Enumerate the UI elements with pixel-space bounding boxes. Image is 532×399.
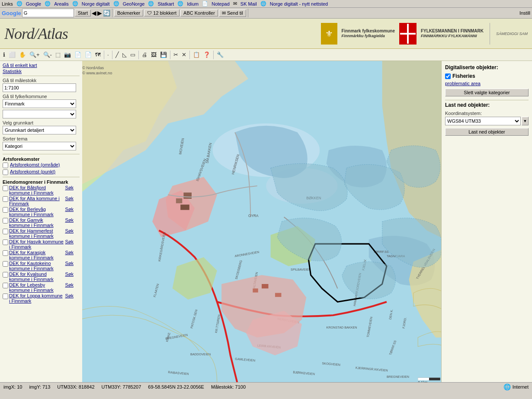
eiendom-cb-10[interactable] xyxy=(3,294,8,299)
tool-select-rect[interactable]: ⬜ xyxy=(7,51,17,58)
eiendom-cb-6[interactable] xyxy=(3,250,8,256)
eiendom-cb-8[interactable] xyxy=(3,272,8,278)
base-map-select[interactable]: Grunnkart detaljert xyxy=(3,126,76,134)
sidebar: Gå til enkelt kart Statistikk Gå til mål… xyxy=(0,61,82,382)
arts-label-1[interactable]: Artsforekomst (punkt) xyxy=(10,169,55,174)
tool-settings[interactable]: 🔧 xyxy=(215,51,225,58)
eiendom-cb-4[interactable] xyxy=(3,229,8,234)
sendto-button[interactable]: ✉ Send til xyxy=(219,10,246,17)
eiendom-label-4[interactable]: DEK for Hammerfest kommune i Finnmark xyxy=(9,228,64,239)
tool-print[interactable]: 🖨 xyxy=(141,51,149,58)
tool-zoom-rect[interactable]: ⬚ xyxy=(54,51,62,58)
sok-link-7[interactable]: Søk xyxy=(65,261,74,266)
tool-draw-poly[interactable]: ◺ xyxy=(121,51,128,58)
go-single-map-link[interactable]: Gå til enkelt kart xyxy=(3,63,80,68)
org2-line1: FYLKESMANNEN I FINNMARK xyxy=(421,28,484,34)
link-google[interactable]: Google xyxy=(26,1,41,6)
eiendom-cb-2[interactable] xyxy=(3,207,8,213)
eiendom-label-8[interactable]: DEK for Kvalsund kommune i Finnmark xyxy=(9,271,64,282)
sok-link-2[interactable]: Søk xyxy=(65,207,74,212)
sok-link-3[interactable]: Søk xyxy=(65,217,74,223)
link-arealis[interactable]: Arealis xyxy=(54,1,69,6)
globe-icon6: 🌐 xyxy=(177,1,183,6)
eiendom-label-9[interactable]: DEK for Lebesby kommune i Finnmark xyxy=(9,282,64,293)
sok-link-5[interactable]: Søk xyxy=(65,239,74,244)
eiendom-cb-9[interactable] xyxy=(3,283,8,288)
map-svg[interactable]: ISHAVSVEIEN HENRIKSEN SM.BAKKEN MOVEIEN … xyxy=(82,61,441,382)
sok-link-10[interactable]: Søk xyxy=(65,293,74,298)
sok-link-1[interactable]: Søk xyxy=(65,196,74,201)
arts-label-0[interactable]: Artsforekomst (område) xyxy=(10,162,60,167)
scale-input[interactable] xyxy=(3,83,76,92)
coord-select-arrow[interactable]: ▼ xyxy=(522,117,529,125)
arts-checkbox-1[interactable] xyxy=(3,169,8,175)
link-norge[interactable]: Norge digitalt xyxy=(82,1,110,6)
tool-doc[interactable]: 📄 xyxy=(73,51,83,58)
tool-gps[interactable]: 📋 xyxy=(192,51,201,58)
tool-zoom-in[interactable]: 🔍+ xyxy=(28,51,41,58)
tool-cut[interactable]: ✂ xyxy=(172,51,179,58)
link-geonorge[interactable]: GeoNorge xyxy=(123,1,145,6)
tool-help[interactable]: ❓ xyxy=(202,51,212,58)
municipality-select[interactable] xyxy=(3,110,76,118)
fisheries-checkbox[interactable] xyxy=(445,73,451,79)
link-idium[interactable]: Idium xyxy=(187,1,199,6)
bookmarks-button[interactable]: Bokmerker xyxy=(114,10,143,16)
sok-link-6[interactable]: Søk xyxy=(65,250,74,255)
sok-link-9[interactable]: Søk xyxy=(65,282,74,287)
controller-button[interactable]: ABC Kontroller xyxy=(180,10,218,16)
tool-zoom-out[interactable]: 🔍- xyxy=(42,51,53,58)
sok-link-8[interactable]: Søk xyxy=(65,271,74,277)
link-skmail[interactable]: SK Mail xyxy=(240,1,257,6)
nav-back-icon[interactable]: ◀ xyxy=(92,10,96,16)
eiendom-cb-5[interactable] xyxy=(3,239,8,245)
eiendom-label-10[interactable]: DEK for Loppa kommune i Finnmark xyxy=(9,293,64,303)
eiendom-label-7[interactable]: DEK for Kautokeino kommune i Finnmark xyxy=(9,261,64,271)
eiendom-item-2: DEK for Berlevåg kommune i Finnmark Søk xyxy=(3,207,80,217)
county-select[interactable]: Finnmark xyxy=(3,99,76,108)
tool-info[interactable]: ℹ xyxy=(2,51,6,58)
tool-print-area[interactable]: 📷 xyxy=(63,51,72,58)
svg-text:0.1km: 0.1km xyxy=(418,381,428,382)
eiendom-label-0[interactable]: DEK for Båtsfjord kommune i Finnmark xyxy=(9,185,64,195)
tool-draw-line[interactable]: ╱ xyxy=(114,51,120,58)
eiendom-label-2[interactable]: DEK for Berlevåg kommune i Finnmark xyxy=(9,207,64,217)
tool-save[interactable]: 💾 xyxy=(159,51,168,58)
settings-icon[interactable]: Instill xyxy=(519,10,530,16)
malestokk-status: Målestokk: 7100 xyxy=(211,384,246,389)
start-button[interactable]: Start xyxy=(75,10,91,16)
link-notepad[interactable]: Notepad xyxy=(212,1,230,6)
svg-rect-6 xyxy=(176,198,182,203)
refresh-icon[interactable]: 🔄 xyxy=(103,10,110,16)
sort-select[interactable]: Kategori xyxy=(3,142,76,150)
tool-map[interactable]: 🗺 xyxy=(94,51,102,58)
link-norge2[interactable]: Norge digitalt - nytt nettsted xyxy=(270,1,328,6)
download-objects-btn[interactable]: Last ned objekter xyxy=(445,128,529,136)
blocked-button[interactable]: 🛡 12 blokkert xyxy=(144,10,179,16)
sok-link-0[interactable]: Søk xyxy=(65,185,74,190)
eiendom-cb-7[interactable] xyxy=(3,261,8,267)
sok-link-4[interactable]: Søk xyxy=(65,228,74,233)
eiendom-cb-0[interactable] xyxy=(3,185,8,191)
delete-categories-btn[interactable]: Slett valgte kategorier xyxy=(445,89,529,96)
eiendom-label-3[interactable]: DEK for Gamvik kommune i Finnmark xyxy=(9,217,64,228)
eiendom-label-1[interactable]: DEK for Alta kommune i Finnmark xyxy=(9,196,64,206)
google-search-input[interactable] xyxy=(22,9,74,17)
eiendom-label-6[interactable]: DEK for Karasjok kommune i Finnmark xyxy=(9,250,64,260)
problematic-area-link[interactable]: problematic area xyxy=(445,81,529,86)
tool-image[interactable]: 🖼 xyxy=(150,51,158,58)
svg-rect-51 xyxy=(253,288,258,292)
link-statkart[interactable]: Statkart xyxy=(157,1,174,6)
eiendom-label-5[interactable]: DEK for Hasvik kommune i Finnmark xyxy=(9,239,64,249)
tool-doc2[interactable]: 📄 xyxy=(83,51,93,58)
statistics-link[interactable]: Statistikk xyxy=(3,69,80,74)
tool-delete[interactable]: ✕ xyxy=(180,51,188,58)
nav-forward-icon[interactable]: ▶ xyxy=(97,10,102,16)
tool-pan[interactable]: ✋ xyxy=(18,51,27,58)
eiendom-cb-1[interactable] xyxy=(3,196,8,202)
tool-draw-rect[interactable]: ▭ xyxy=(129,51,137,58)
arts-checkbox-0[interactable] xyxy=(3,163,8,168)
map-container[interactable]: ISHAVSVEIEN HENRIKSEN SM.BAKKEN MOVEIEN … xyxy=(82,61,441,382)
eiendom-cb-3[interactable] xyxy=(3,218,8,223)
coord-select[interactable]: WGS84 UTM33 xyxy=(445,117,521,125)
